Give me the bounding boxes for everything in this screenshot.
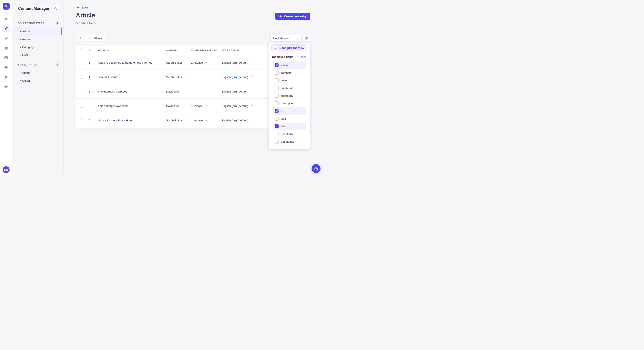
displayed-field-option-category[interactable]: category [273, 69, 306, 76]
search-entries-button[interactable] [76, 35, 83, 41]
displayed-field-option-updatedBy[interactable]: updatedBy [273, 138, 306, 145]
row-checkbox[interactable] [80, 119, 83, 122]
sidebar-item-about[interactable]: About [12, 69, 63, 77]
displayed-field-option-title[interactable]: title [273, 123, 306, 130]
cell-to-be-released-in[interactable]: 1 release [191, 104, 208, 107]
filters-button[interactable]: Filters [85, 35, 105, 41]
column-header-available-in[interactable]: AVAILABLE IN [222, 49, 239, 52]
single-types-label: SINGLE TYPES [18, 63, 37, 66]
sidebar-item-author[interactable]: Author [12, 35, 63, 43]
field-checkbox[interactable] [275, 101, 278, 105]
collection-types-label: COLLECTION TYPES [18, 22, 44, 24]
sidebar-search-button[interactable] [52, 5, 59, 12]
cell-available-in[interactable]: English (en) (default) [222, 90, 253, 93]
sidebar-item-article[interactable]: Article [12, 27, 62, 35]
chevron-down-icon [251, 61, 253, 64]
chevron-down-icon [251, 105, 253, 107]
displayed-field-option-author[interactable]: author [273, 61, 306, 69]
cloud-icon[interactable] [2, 64, 10, 71]
strapi-logo[interactable] [3, 3, 10, 9]
field-checkbox[interactable] [275, 124, 278, 128]
media-library-icon[interactable] [2, 44, 10, 52]
cell-available-in[interactable]: English (en) (default) [222, 61, 253, 64]
chevron-down-icon [251, 119, 253, 122]
help-button[interactable]: ? [312, 164, 320, 173]
app-root: KD Content Manager COLLECTION TYPES 4 Ar… [0, 0, 322, 175]
locale-select[interactable]: English (en) [270, 35, 302, 41]
cell-to-be-released-in[interactable]: 1 release [191, 119, 208, 122]
divider [18, 15, 23, 16]
cell-author: David Doe [166, 104, 180, 107]
row-checkbox[interactable] [80, 90, 83, 93]
row-checkbox[interactable] [80, 61, 83, 64]
cell-id: 5 [88, 119, 90, 122]
displayed-fields-header: Displayed fields Reset [272, 55, 306, 58]
column-header-title-label: TITLE [98, 49, 105, 52]
sidebar-item-user[interactable]: User [12, 51, 63, 59]
field-checkbox[interactable] [275, 86, 278, 90]
field-checkbox[interactable] [275, 117, 278, 121]
reset-link[interactable]: Reset [298, 55, 306, 58]
sidebar-item-label: Global [22, 79, 30, 82]
icon-rail: KD [0, 0, 12, 175]
bullet-icon [20, 72, 21, 73]
column-header-title[interactable]: TITLE [98, 49, 109, 52]
marketplace-cart-icon[interactable] [2, 73, 10, 81]
content-manager-feather-icon[interactable] [2, 25, 10, 32]
checkmark-icon [275, 110, 278, 113]
home-icon[interactable] [2, 15, 10, 22]
field-checkbox[interactable] [275, 140, 278, 144]
displayed-field-option-updatedAt[interactable]: updatedAt [273, 130, 306, 138]
field-checkbox[interactable] [275, 109, 278, 113]
checkmark-icon [275, 64, 278, 67]
cell-id: 2 [88, 104, 90, 107]
field-checkbox[interactable] [275, 132, 278, 136]
available-value: English (en) (default) [222, 104, 248, 107]
sidebar-item-global[interactable]: Global [12, 77, 63, 85]
settings-gear-icon[interactable] [2, 83, 10, 90]
view-settings-gear-button[interactable] [303, 35, 310, 41]
user-avatar[interactable]: KD [2, 166, 10, 173]
field-checkbox[interactable] [275, 78, 278, 82]
cell-to-be-released-in[interactable]: 1 release [191, 61, 208, 64]
column-header-author[interactable]: AUTHOR [166, 49, 177, 52]
create-new-entry-button[interactable]: Create new entry [275, 13, 310, 20]
column-header-id[interactable]: ID [88, 49, 91, 52]
displayed-field-option-id[interactable]: id [273, 107, 306, 115]
chevron-down-icon [251, 90, 253, 93]
field-label: id [281, 110, 283, 113]
field-checkbox[interactable] [275, 63, 278, 67]
filter-icon [88, 36, 92, 40]
field-label: createdBy [281, 94, 294, 97]
cell-available-in[interactable]: English (en) (default) [222, 75, 253, 78]
cell-available-in[interactable]: English (en) (default) [222, 119, 253, 122]
displayed-field-option-slug[interactable]: slug [273, 115, 306, 122]
column-header-to-be-released-in[interactable]: TO BE RELEASED IN [191, 49, 217, 52]
select-all-checkbox[interactable] [80, 48, 83, 52]
back-link[interactable]: Back [76, 6, 88, 9]
sidebar-item-category[interactable]: Category [12, 43, 63, 51]
paper-plane-icon[interactable] [2, 35, 10, 42]
cell-to-be-released-in[interactable]: - [191, 90, 192, 93]
cell-to-be-released-in[interactable]: - [191, 75, 192, 78]
row-checkbox[interactable] [80, 75, 83, 79]
cell-title: What's inside a Black Hole [98, 119, 132, 122]
field-checkbox[interactable] [275, 94, 278, 98]
configure-the-view-button[interactable]: Configure the view [271, 44, 307, 51]
configure-list-icon [274, 46, 278, 49]
cell-id: 1 [88, 90, 90, 93]
field-label: slug [281, 117, 286, 120]
displayed-field-option-createdAt[interactable]: createdAt [273, 84, 306, 92]
bullet-icon [20, 31, 21, 32]
row-checkbox[interactable] [80, 104, 83, 108]
available-value: English (en) (default) [222, 90, 248, 93]
configure-the-view-label: Configure the view [280, 46, 304, 49]
field-checkbox[interactable] [275, 71, 278, 75]
cell-available-in[interactable]: English (en) (default) [222, 104, 253, 107]
content-type-builder-icon[interactable] [2, 54, 10, 61]
displayed-field-option-cover[interactable]: cover [273, 77, 306, 84]
displayed-field-option-createdBy[interactable]: createdBy [273, 92, 306, 99]
search-icon [54, 7, 57, 10]
displayed-field-option-description[interactable]: description [273, 100, 306, 107]
cell-author: Sarah Baker [166, 119, 182, 122]
